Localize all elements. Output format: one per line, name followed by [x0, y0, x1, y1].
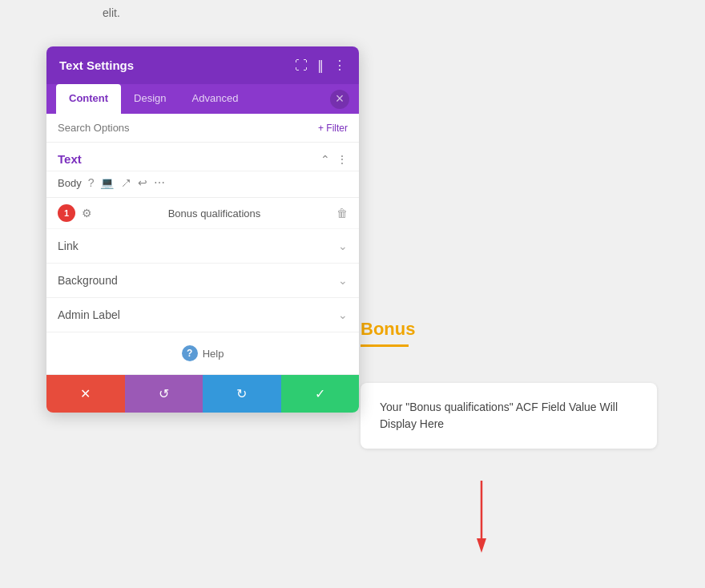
- save-button[interactable]: ✓: [281, 375, 360, 413]
- help-icon: ?: [182, 345, 198, 361]
- link-chevron-icon: ⌄: [338, 240, 348, 252]
- panel-header: Text Settings ⛶ ‖ ⋮: [46, 46, 359, 84]
- tab-advanced[interactable]: Advanced: [179, 84, 252, 114]
- text-section-header: Text ⌃ ⋮: [46, 143, 359, 171]
- search-bar: + Filter: [46, 114, 359, 143]
- undo-icon[interactable]: ↩: [138, 176, 147, 189]
- panel-title: Text Settings: [59, 58, 134, 72]
- section-more-icon[interactable]: ⋮: [336, 153, 348, 166]
- section-header-icons: ⌃ ⋮: [320, 153, 348, 166]
- admin-label-label: Admin Label: [58, 308, 120, 321]
- search-input[interactable]: [58, 122, 312, 134]
- background-label: Background: [58, 274, 118, 287]
- cancel-button[interactable]: ✕: [46, 375, 125, 413]
- panel-body: Text ⌃ ⋮ Body ? 💻 ⭧ ↩ ⋯ 1 ⚙ Bonus qualif…: [46, 143, 359, 374]
- dynamic-row: 1 ⚙ Bonus qualifications 🗑: [46, 198, 359, 229]
- dynamic-delete-icon[interactable]: 🗑: [336, 207, 348, 219]
- acf-field-box: Your "Bonus qualifications" ACF Field Va…: [361, 383, 657, 449]
- action-bar: ✕ ↺ ↻ ✓: [46, 374, 359, 413]
- link-section[interactable]: Link ⌄: [46, 229, 359, 264]
- tab-content[interactable]: Content: [56, 84, 121, 114]
- collapse-icon[interactable]: ⌃: [320, 153, 330, 166]
- redo-button[interactable]: ↻: [203, 375, 281, 413]
- expand-icon[interactable]: ⛶: [295, 58, 308, 73]
- cancel-icon: ✕: [80, 386, 91, 401]
- reset-icon: ↺: [159, 386, 169, 401]
- red-arrow: [477, 481, 486, 556]
- dynamic-value: Bonus qualifications: [99, 207, 330, 219]
- bonus-label: Bonus: [361, 319, 415, 340]
- help-text[interactable]: Help: [203, 348, 224, 360]
- settings-panel: Text Settings ⛶ ‖ ⋮ Content Design Advan…: [46, 46, 359, 413]
- tab-design[interactable]: Design: [121, 84, 179, 114]
- cursor-icon[interactable]: ⭧: [120, 176, 131, 189]
- admin-label-section[interactable]: Admin Label ⌄: [46, 298, 359, 332]
- background-section[interactable]: Background ⌄: [46, 264, 359, 298]
- dynamic-gear-icon[interactable]: ⚙: [82, 207, 92, 219]
- filter-button[interactable]: + Filter: [318, 123, 348, 134]
- page-bg-text: elit.: [96, 0, 127, 26]
- body-label: Body: [58, 177, 82, 189]
- dynamic-badge: 1: [58, 204, 75, 222]
- body-toolbar: Body ? 💻 ⭧ ↩ ⋯: [46, 171, 359, 198]
- svg-marker-1: [477, 538, 486, 553]
- panel-header-icons: ⛶ ‖ ⋮: [295, 58, 346, 73]
- admin-label-chevron-icon: ⌄: [338, 308, 348, 321]
- help-section: ? Help: [46, 332, 359, 374]
- save-icon: ✓: [315, 386, 325, 401]
- desktop-icon[interactable]: 💻: [100, 176, 114, 189]
- link-label: Link: [58, 240, 79, 252]
- panel-tabs: Content Design Advanced ×: [46, 84, 359, 114]
- filter-label: + Filter: [318, 123, 348, 134]
- reset-button[interactable]: ↺: [125, 375, 203, 413]
- columns-icon[interactable]: ‖: [317, 58, 324, 73]
- more-icon[interactable]: ⋮: [333, 58, 346, 73]
- acf-field-text: Your "Bonus qualifications" ACF Field Va…: [380, 401, 618, 430]
- close-icon[interactable]: ×: [330, 90, 349, 109]
- background-chevron-icon: ⌄: [338, 274, 348, 287]
- redo-icon: ↻: [236, 386, 247, 401]
- help-question-icon[interactable]: ?: [88, 176, 95, 189]
- text-section-title: Text: [58, 152, 82, 166]
- bonus-underline: [361, 344, 409, 347]
- ellipsis-icon[interactable]: ⋯: [154, 176, 165, 189]
